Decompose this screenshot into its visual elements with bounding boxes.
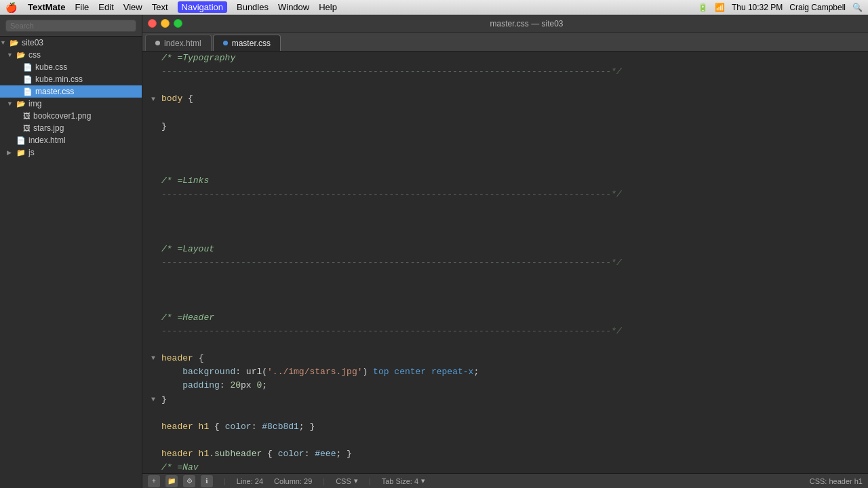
chevron-down-icon-2: ▾ bbox=[421, 476, 425, 485]
editor-area: master.css — site03 index.html master.cs… bbox=[142, 15, 868, 488]
datetime: Thu 10:32 PM bbox=[732, 3, 783, 12]
fold-button bbox=[148, 422, 159, 432]
sidebar: ▼📂site03 ▼📂css 📄kube.css 📄kube.min.css 📄… bbox=[0, 15, 142, 488]
fold-button bbox=[148, 162, 159, 173]
user-name: Craig Campbell bbox=[789, 3, 846, 12]
code-line bbox=[142, 434, 868, 447]
menu-text[interactable]: Text bbox=[152, 2, 168, 12]
line-text: ----------------------------------------… bbox=[159, 65, 868, 79]
code-line: ▼} bbox=[142, 393, 868, 407]
line-text: background: url('../img/stars.jpg') top … bbox=[159, 365, 868, 379]
sidebar-item-js[interactable]: ▶📁js bbox=[0, 146, 142, 159]
code-line: ----------------------------------------… bbox=[142, 325, 868, 338]
minimize-button[interactable] bbox=[161, 19, 170, 28]
line-text: body { bbox=[159, 92, 868, 106]
add-file-button[interactable]: + bbox=[148, 475, 160, 487]
line-text bbox=[159, 216, 868, 229]
menubar: 🍎 TextMate File Edit View Text Navigatio… bbox=[0, 0, 868, 15]
sidebar-item-kube.css[interactable]: 📄kube.css bbox=[0, 61, 142, 73]
sidebar-item-img[interactable]: ▼📂img bbox=[0, 98, 142, 110]
line-text: header h1 { color: #8cb8d1; } bbox=[159, 420, 868, 434]
line-text bbox=[159, 79, 868, 92]
menu-navigation[interactable]: Navigation bbox=[178, 1, 227, 13]
fold-button bbox=[148, 244, 159, 255]
code-line bbox=[142, 298, 868, 311]
code-line bbox=[142, 229, 868, 243]
sidebar-item-site03[interactable]: ▼📂site03 bbox=[0, 37, 142, 49]
line-text bbox=[159, 147, 868, 161]
line-text bbox=[159, 106, 868, 120]
fold-button bbox=[148, 258, 159, 268]
code-line: ----------------------------------------… bbox=[142, 65, 868, 79]
code-line: background: url('../img/stars.jpg') top … bbox=[142, 365, 868, 379]
apple-menu[interactable]: 🍎 bbox=[5, 2, 17, 13]
code-line bbox=[142, 270, 868, 283]
fold-button bbox=[148, 462, 159, 473]
menu-edit[interactable]: Edit bbox=[98, 2, 113, 12]
line-text: /* =Links bbox=[159, 174, 868, 188]
code-line: ----------------------------------------… bbox=[142, 188, 868, 201]
tab-master-css[interactable]: master.css bbox=[213, 35, 281, 51]
sidebar-search-input[interactable] bbox=[5, 20, 136, 32]
tab-size-selector[interactable]: Tab Size: 4 ▾ bbox=[382, 476, 425, 485]
code-line bbox=[142, 283, 868, 297]
code-line: /* =Links bbox=[142, 174, 868, 188]
fold-button bbox=[148, 367, 159, 378]
menu-textmate[interactable]: TextMate bbox=[28, 2, 65, 12]
fold-button bbox=[148, 312, 159, 323]
line-text: /* =Typography bbox=[159, 52, 868, 65]
code-line: header h1 { color: #8cb8d1; } bbox=[142, 420, 868, 434]
menu-file[interactable]: File bbox=[75, 2, 89, 12]
status-column: Column: 29 bbox=[274, 477, 312, 485]
fold-button bbox=[148, 189, 159, 200]
tab-index-html[interactable]: index.html bbox=[145, 35, 212, 51]
code-line bbox=[142, 147, 868, 161]
fold-button[interactable]: ▼ bbox=[148, 394, 159, 405]
line-text bbox=[159, 434, 868, 447]
sidebar-item-index.html[interactable]: 📄index.html bbox=[0, 134, 142, 146]
fold-button bbox=[148, 135, 159, 146]
info-button[interactable]: ℹ bbox=[201, 475, 213, 487]
line-text bbox=[159, 338, 868, 352]
code-line: header h1.subheader { color: #eee; } bbox=[142, 447, 868, 461]
tab-bar: index.html master.css bbox=[142, 33, 868, 52]
line-text: header { bbox=[159, 352, 868, 365]
window-titlebar: master.css — site03 bbox=[142, 15, 868, 33]
code-line: ----------------------------------------… bbox=[142, 256, 868, 270]
menu-view[interactable]: View bbox=[123, 2, 142, 12]
settings-button[interactable]: ⚙ bbox=[183, 475, 195, 487]
syntax-selector[interactable]: CSS ▾ bbox=[336, 476, 358, 485]
fold-button bbox=[148, 271, 159, 282]
fold-button bbox=[148, 148, 159, 159]
search-icon[interactable]: 🔍 bbox=[852, 3, 863, 12]
fold-button bbox=[148, 340, 159, 350]
close-button[interactable] bbox=[148, 19, 157, 28]
sidebar-item-css[interactable]: ▼📂css bbox=[0, 49, 142, 61]
code-line: ▼header { bbox=[142, 352, 868, 365]
code-line: /* =Typography bbox=[142, 52, 868, 65]
sidebar-item-kube.min.css[interactable]: 📄kube.min.css bbox=[0, 73, 142, 85]
fold-button[interactable]: ▼ bbox=[148, 353, 159, 364]
fold-button[interactable]: ▼ bbox=[148, 94, 159, 104]
code-editor[interactable]: /* =Typography--------------------------… bbox=[142, 52, 868, 473]
menu-window[interactable]: Window bbox=[278, 2, 309, 12]
sidebar-item-bookcover1.png[interactable]: 🖼bookcover1.png bbox=[0, 110, 142, 122]
code-line bbox=[142, 216, 868, 229]
menu-help[interactable]: Help bbox=[319, 2, 337, 12]
code-line: /* =Layout bbox=[142, 243, 868, 256]
fold-button bbox=[148, 449, 159, 460]
line-text bbox=[159, 283, 868, 297]
sidebar-item-master.css[interactable]: 📄master.css bbox=[0, 85, 142, 98]
line-text: /* =Header bbox=[159, 311, 868, 325]
menu-bundles[interactable]: Bundles bbox=[237, 2, 269, 12]
code-line: } bbox=[142, 120, 868, 134]
add-folder-button[interactable]: 📁 bbox=[165, 475, 178, 487]
maximize-button[interactable] bbox=[174, 19, 182, 28]
fold-button bbox=[148, 203, 159, 214]
fold-button bbox=[148, 66, 159, 77]
sidebar-item-stars.jpg[interactable]: 🖼stars.jpg bbox=[0, 122, 142, 134]
status-bar: + 📁 ⚙ ℹ | Line: 24 Column: 29 | CSS ▾ | … bbox=[142, 473, 868, 488]
fold-button bbox=[148, 108, 159, 119]
fold-button bbox=[148, 53, 159, 64]
line-text bbox=[159, 161, 868, 174]
